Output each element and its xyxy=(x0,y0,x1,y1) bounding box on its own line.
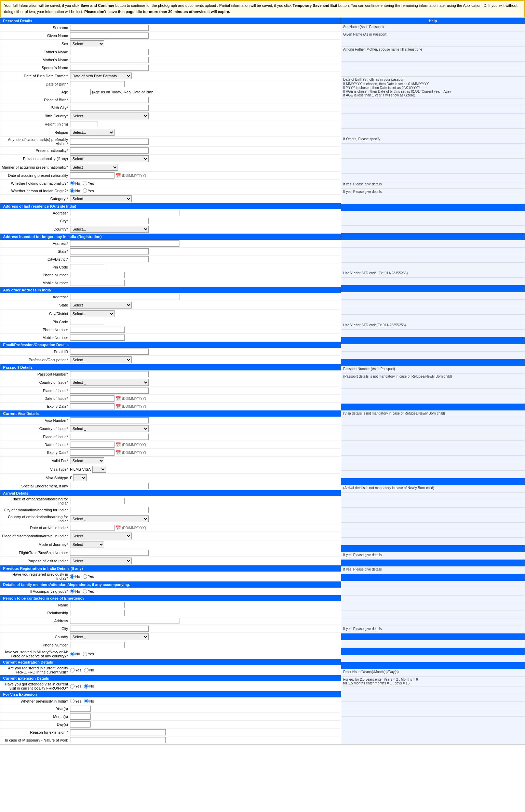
dob-input[interactable] xyxy=(70,81,125,87)
emergency-city-input[interactable] xyxy=(70,626,149,632)
extended-visa-yes[interactable] xyxy=(70,684,75,689)
place-disembarkation-select[interactable]: Select... xyxy=(70,533,132,539)
indian-origin-no[interactable] xyxy=(70,188,75,193)
address-outside-input[interactable] xyxy=(70,210,179,216)
date-arrival-input[interactable] xyxy=(70,525,115,531)
state-india-input[interactable]: DELHI xyxy=(70,248,149,254)
cal-icon-visa-expiry[interactable]: 📅 xyxy=(116,450,121,455)
visa-place-input[interactable] xyxy=(70,434,149,440)
cal-icon-passport-issue[interactable]: 📅 xyxy=(116,396,121,401)
previous-nationality-select[interactable]: Select xyxy=(70,155,149,162)
age-input[interactable] xyxy=(70,89,91,95)
profession-select[interactable]: Select... xyxy=(70,356,132,363)
city-outside-input[interactable] xyxy=(70,218,149,224)
cal-icon-date-acquiring[interactable]: 📅 xyxy=(116,173,121,178)
passport-place-input[interactable] xyxy=(70,388,149,394)
accompanying-yes[interactable] xyxy=(83,589,87,593)
email-input[interactable] xyxy=(70,349,149,355)
fathers-name-input[interactable] xyxy=(70,49,149,55)
frro-registered-yes[interactable] xyxy=(70,668,75,672)
phone-india-input[interactable] xyxy=(70,272,125,278)
years-input[interactable] xyxy=(70,706,91,712)
category-select[interactable]: Select xyxy=(70,195,132,202)
passport-country-select[interactable]: Select _ xyxy=(70,379,149,386)
missionary-input[interactable] xyxy=(70,737,166,743)
months-input[interactable] xyxy=(70,713,91,720)
cal-icon-arrival[interactable]: 📅 xyxy=(116,525,121,531)
help-emerg-rel xyxy=(341,588,525,596)
visa-date-issue-input[interactable] xyxy=(70,442,115,448)
mothers-name-input[interactable] xyxy=(70,57,149,63)
help-date-arrival xyxy=(341,508,525,515)
address-india-input[interactable] xyxy=(70,240,179,247)
height-input[interactable] xyxy=(70,121,97,127)
country-outside-select[interactable]: Select... xyxy=(70,226,149,233)
sex-select[interactable]: Select Male Female xyxy=(70,40,104,47)
passport-date-issue-input[interactable] xyxy=(70,395,115,402)
military-yes[interactable] xyxy=(83,652,87,656)
valid-for-select[interactable]: Select Single Multiple xyxy=(70,457,104,464)
emergency-relationship-input[interactable] xyxy=(70,610,125,616)
mobile-other-input[interactable] xyxy=(70,335,125,341)
place-of-birth-input[interactable] xyxy=(70,97,149,103)
reason-extension-input[interactable] xyxy=(70,729,166,735)
mobile-india-input[interactable] xyxy=(70,280,125,286)
visa-expiry-input[interactable] xyxy=(70,449,115,456)
extended-visa-no[interactable] xyxy=(84,684,89,689)
prev-india-yes[interactable] xyxy=(70,699,75,703)
emergency-name-input[interactable] xyxy=(70,602,125,608)
birth-city-input[interactable] xyxy=(70,105,149,111)
prev-registered-yes[interactable] xyxy=(83,574,87,579)
passport-expiry-input[interactable] xyxy=(70,403,115,409)
cal-icon-visa-issue[interactable]: 📅 xyxy=(116,442,121,447)
valid-for-label: Valid For* xyxy=(2,459,70,463)
emergency-country-select[interactable]: Select _ xyxy=(70,633,149,640)
passport-number-input[interactable] xyxy=(70,371,149,377)
prev-registered-no[interactable] xyxy=(70,574,75,579)
special-endorsement-input[interactable] xyxy=(70,483,149,489)
visa-subtype-select[interactable] xyxy=(73,474,87,481)
manner-acquiring-select[interactable]: Select Birth Naturalization xyxy=(70,164,118,171)
present-nationality-input[interactable]: UNITED STATES OF AMERICA xyxy=(70,147,149,154)
pin-code-other-input[interactable] xyxy=(70,319,104,325)
flight-number-input[interactable] xyxy=(70,550,149,556)
accompanying-no[interactable] xyxy=(70,589,75,593)
dual-nationality-no[interactable] xyxy=(70,181,75,185)
identification-input[interactable] xyxy=(70,139,149,145)
date-acquiring-input[interactable] xyxy=(70,172,115,179)
state-other-select[interactable]: Select xyxy=(70,302,132,309)
fathers-name-label: Father's Name xyxy=(2,50,70,54)
place-embarkation-input[interactable] xyxy=(70,498,125,504)
city-district-other-select[interactable]: Select... xyxy=(70,310,115,317)
passport-place-row: Place of Issue* xyxy=(0,387,341,395)
military-no[interactable] xyxy=(70,652,75,656)
frro-registered-no[interactable] xyxy=(84,668,89,672)
address-other-input[interactable] xyxy=(70,294,179,300)
cal-icon-passport-expiry[interactable]: 📅 xyxy=(116,404,121,409)
city-district-india-input[interactable]: DELHI xyxy=(70,256,149,262)
mode-journey-select[interactable]: Select xyxy=(70,541,104,548)
emergency-address-input[interactable] xyxy=(70,618,179,624)
visa-number-input[interactable] xyxy=(70,417,149,423)
birth-country-select[interactable]: Select xyxy=(70,113,149,119)
religion-select[interactable]: Select... Hindu Muslim Christian Others xyxy=(70,129,115,136)
city-embarkation-input[interactable] xyxy=(70,507,149,513)
days-input[interactable] xyxy=(70,721,91,728)
indian-origin-yes[interactable] xyxy=(83,188,87,193)
dob-format-select[interactable]: Date of birth Date Formats DD/MM/YYYY MM… xyxy=(70,73,132,79)
visa-country-select[interactable]: Select _ xyxy=(70,425,149,432)
prev-india-no[interactable] xyxy=(84,699,89,703)
given-name-input[interactable] xyxy=(70,32,149,39)
emergency-city-row: City xyxy=(0,625,341,633)
dual-nationality-yes[interactable] xyxy=(83,181,87,185)
pin-code-india-input[interactable] xyxy=(70,264,104,270)
surname-input[interactable] xyxy=(70,25,149,31)
phone-other-input[interactable] xyxy=(70,327,125,333)
emergency-phone-input[interactable] xyxy=(70,642,125,648)
country-embarkation-select[interactable]: Select _ xyxy=(70,515,149,522)
mode-journey-row: Mode of Journey* Select xyxy=(0,540,341,549)
purpose-visit-select[interactable]: Select xyxy=(70,558,132,564)
visa-type-select[interactable] xyxy=(92,466,106,473)
spouses-name-input[interactable] xyxy=(70,65,149,71)
real-dob-input[interactable] xyxy=(157,89,191,95)
